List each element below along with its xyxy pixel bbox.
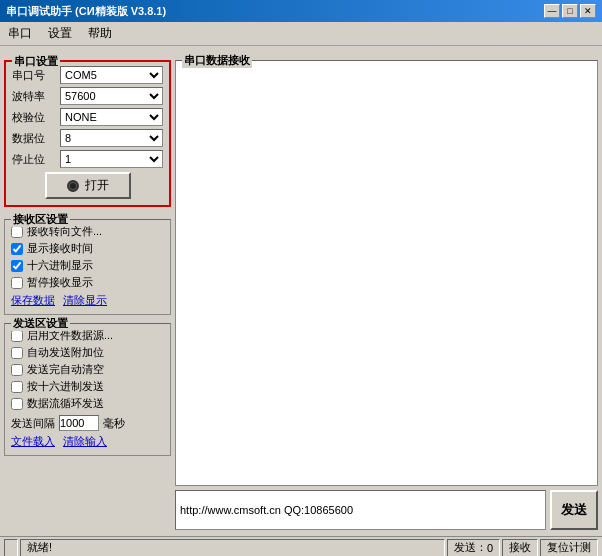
- title-bar: 串口调试助手 (CИ精装版 V3.8.1) — □ ✕: [0, 0, 602, 22]
- open-btn-label: 打开: [85, 177, 109, 194]
- send-auto-clear-label: 发送完自动清空: [27, 362, 104, 377]
- interval-unit: 毫秒: [103, 416, 125, 431]
- port-label: 串口号: [12, 68, 60, 83]
- recv-option-1: 显示接收时间: [11, 241, 164, 256]
- window-controls: — □ ✕: [544, 4, 596, 18]
- parity-select[interactable]: NONE ODD EVEN: [60, 108, 163, 126]
- clear-input-link[interactable]: 清除输入: [63, 434, 107, 449]
- status-send-label: 发送：: [454, 540, 487, 555]
- send-input[interactable]: [175, 490, 546, 530]
- status-bar: 就绪! 发送： 0 接收 复位计测: [0, 536, 602, 556]
- status-ready-text: 就绪!: [27, 540, 52, 555]
- save-data-link[interactable]: 保存数据: [11, 293, 55, 308]
- receive-settings-label: 接收区设置: [11, 212, 70, 227]
- recv-hex-checkbox[interactable]: [11, 260, 23, 272]
- status-recv-label: 接收: [509, 540, 531, 555]
- send-links: 文件载入 清除输入: [11, 434, 164, 449]
- send-settings-label: 发送区设置: [11, 316, 70, 331]
- radio-icon-inner: [70, 183, 76, 189]
- data-bits-row: 数据位 5 6 7 8: [12, 129, 163, 147]
- serial-settings-group: 串口设置 串口号 COM1 COM2 COM3 COM4 COM5 COM6 波…: [4, 60, 171, 207]
- load-file-link[interactable]: 文件载入: [11, 434, 55, 449]
- recv-pause-checkbox[interactable]: [11, 277, 23, 289]
- send-area-container: 发送: [175, 490, 598, 532]
- clear-display-link[interactable]: 清除显示: [63, 293, 107, 308]
- status-reset-text[interactable]: 复位计测: [547, 540, 591, 555]
- status-ready-segment: 就绪!: [20, 539, 445, 557]
- data-bits-label: 数据位: [12, 131, 60, 146]
- baud-label: 波特率: [12, 89, 60, 104]
- recv-option-2: 十六进制显示: [11, 258, 164, 273]
- close-button[interactable]: ✕: [580, 4, 596, 18]
- status-recv-segment: 接收: [502, 539, 538, 557]
- send-button-label: 发送: [561, 502, 587, 517]
- send-file-source-checkbox[interactable]: [11, 330, 23, 342]
- send-auto-append-label: 自动发送附加位: [27, 345, 104, 360]
- send-button[interactable]: 发送: [550, 490, 598, 530]
- serial-settings-label: 串口设置: [12, 54, 60, 69]
- menu-bar: 串口 设置 帮助: [0, 22, 602, 46]
- send-option-3: 按十六进制发送: [11, 379, 164, 394]
- send-hex-label: 按十六进制发送: [27, 379, 104, 394]
- menu-help[interactable]: 帮助: [84, 24, 116, 43]
- minimize-button[interactable]: —: [544, 4, 560, 18]
- recv-time-label: 显示接收时间: [27, 241, 93, 256]
- send-auto-append-checkbox[interactable]: [11, 347, 23, 359]
- interval-row: 发送间隔 毫秒: [11, 415, 164, 431]
- radio-icon: [67, 180, 79, 192]
- send-loop-label: 数据流循环发送: [27, 396, 104, 411]
- parity-row: 校验位 NONE ODD EVEN: [12, 108, 163, 126]
- recv-data-group: 串口数据接收: [175, 60, 598, 486]
- receive-settings-group: 接收区设置 接收转向文件... 显示接收时间 十六进制显示 暂停接收显示 保存数…: [4, 219, 171, 315]
- stop-bits-select[interactable]: 1 2: [60, 150, 163, 168]
- recv-time-checkbox[interactable]: [11, 243, 23, 255]
- menu-serial[interactable]: 串口: [4, 24, 36, 43]
- send-option-2: 发送完自动清空: [11, 362, 164, 377]
- data-bits-select[interactable]: 5 6 7 8: [60, 129, 163, 147]
- recv-data-textarea[interactable]: [176, 61, 597, 485]
- status-send-segment: 发送： 0: [447, 539, 500, 557]
- port-select[interactable]: COM1 COM2 COM3 COM4 COM5 COM6: [60, 66, 163, 84]
- baud-row: 波特率 9600 19200 38400 57600 115200: [12, 87, 163, 105]
- recv-data-label: 串口数据接收: [182, 53, 252, 68]
- open-port-button[interactable]: 打开: [45, 172, 131, 199]
- open-button-row: 打开: [12, 172, 163, 199]
- interval-input[interactable]: [59, 415, 99, 431]
- parity-label: 校验位: [12, 110, 60, 125]
- right-panel: 串口数据接收 发送: [175, 46, 602, 536]
- send-option-1: 自动发送附加位: [11, 345, 164, 360]
- send-auto-clear-checkbox[interactable]: [11, 364, 23, 376]
- recv-option-3: 暂停接收显示: [11, 275, 164, 290]
- left-panel: 串口设置 串口号 COM1 COM2 COM3 COM4 COM5 COM6 波…: [0, 46, 175, 536]
- stop-bits-label: 停止位: [12, 152, 60, 167]
- status-send-count: 0: [487, 542, 493, 554]
- status-icon-segment: [4, 539, 18, 557]
- send-option-4: 数据流循环发送: [11, 396, 164, 411]
- send-loop-checkbox[interactable]: [11, 398, 23, 410]
- maximize-button[interactable]: □: [562, 4, 578, 18]
- window-title: 串口调试助手 (CИ精装版 V3.8.1): [6, 4, 166, 19]
- stop-bits-row: 停止位 1 2: [12, 150, 163, 168]
- interval-label: 发送间隔: [11, 416, 55, 431]
- send-settings-group: 发送区设置 启用文件数据源... 自动发送附加位 发送完自动清空 按十六进制发送…: [4, 323, 171, 456]
- recv-links: 保存数据 清除显示: [11, 293, 164, 308]
- menu-settings[interactable]: 设置: [44, 24, 76, 43]
- recv-file-checkbox[interactable]: [11, 226, 23, 238]
- recv-hex-label: 十六进制显示: [27, 258, 93, 273]
- recv-pause-label: 暂停接收显示: [27, 275, 93, 290]
- baud-select[interactable]: 9600 19200 38400 57600 115200: [60, 87, 163, 105]
- send-hex-checkbox[interactable]: [11, 381, 23, 393]
- main-container: 串口设置 串口号 COM1 COM2 COM3 COM4 COM5 COM6 波…: [0, 46, 602, 536]
- status-reset-segment[interactable]: 复位计测: [540, 539, 598, 557]
